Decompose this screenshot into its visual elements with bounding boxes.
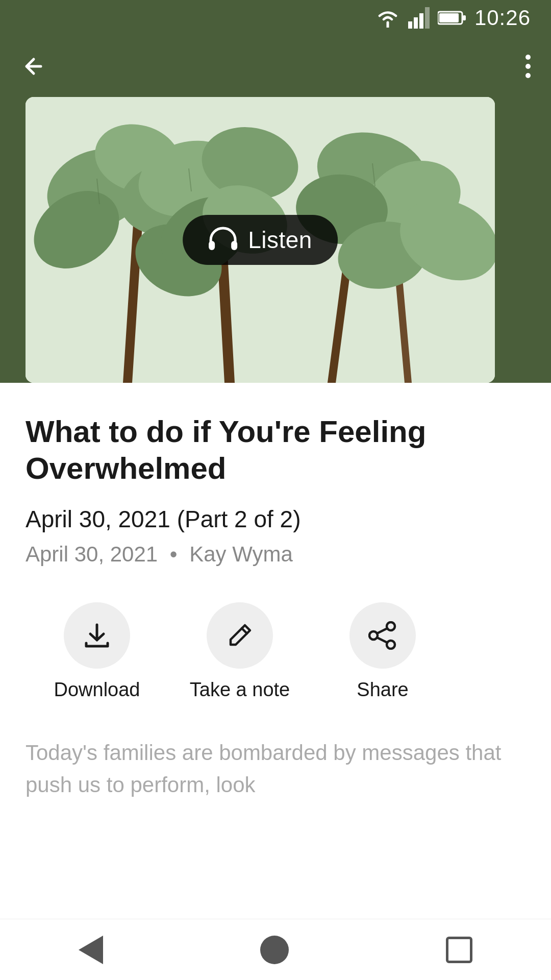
more-dot <box>525 64 531 69</box>
article-title: What to do if You're Feeling Overwhelmed <box>26 413 525 487</box>
nav-recents-button[interactable] <box>446 937 472 963</box>
download-label: Download <box>54 679 140 701</box>
download-action[interactable]: Download <box>26 602 168 701</box>
svg-line-37 <box>377 638 387 643</box>
back-arrow-icon <box>20 54 47 79</box>
listen-label: Listen <box>248 226 312 254</box>
wifi-icon <box>375 8 400 28</box>
nav-back-button[interactable] <box>79 936 103 964</box>
more-dot <box>525 55 531 60</box>
article-date-author: April 30, 2021 <box>26 542 158 566</box>
svg-rect-30 <box>209 241 215 250</box>
article-meta: April 30, 2021 • Kay Wyma <box>26 542 525 567</box>
back-button[interactable] <box>20 54 47 79</box>
nav-bar <box>0 36 551 97</box>
article-date-part: April 30, 2021 (Part 2 of 2) <box>26 505 525 533</box>
article-body: Today's families are bombarded by messag… <box>26 737 525 801</box>
share-icon <box>368 621 397 650</box>
take-a-note-action[interactable]: Take a note <box>168 602 311 701</box>
battery-icon <box>438 10 466 26</box>
svg-rect-1 <box>414 17 418 29</box>
svg-line-36 <box>377 628 387 633</box>
take-a-note-circle <box>207 602 273 669</box>
svg-rect-0 <box>408 21 412 29</box>
signal-icon <box>408 7 430 29</box>
status-bar: 10:26 <box>0 0 551 36</box>
nav-recents-icon <box>446 937 472 963</box>
status-time: 10:26 <box>474 6 531 30</box>
share-circle <box>349 602 416 669</box>
download-circle <box>64 602 130 669</box>
headphones-icon <box>208 227 238 253</box>
share-label: Share <box>357 679 408 701</box>
svg-rect-2 <box>419 13 423 29</box>
svg-rect-3 <box>425 7 430 29</box>
svg-rect-31 <box>231 241 237 250</box>
listen-button[interactable]: Listen <box>183 215 338 265</box>
svg-line-32 <box>242 628 247 633</box>
more-dot <box>525 73 531 78</box>
nav-home-button[interactable] <box>260 936 289 964</box>
more-options-button[interactable] <box>525 55 531 78</box>
content-area: What to do if You're Feeling Overwhelmed… <box>0 383 551 831</box>
pencil-icon <box>227 622 253 649</box>
share-action[interactable]: Share <box>311 602 454 701</box>
nav-back-icon <box>79 936 103 964</box>
svg-rect-6 <box>463 15 466 20</box>
bottom-nav <box>0 919 551 980</box>
status-icons: 10:26 <box>375 6 531 30</box>
hero-container: Listen <box>0 97 551 383</box>
hero-image: Listen <box>26 97 495 383</box>
take-a-note-label: Take a note <box>190 679 290 701</box>
nav-home-icon <box>260 936 289 964</box>
article-author: Kay Wyma <box>189 542 293 566</box>
svg-rect-5 <box>439 13 459 22</box>
download-icon <box>82 621 112 650</box>
meta-separator: • <box>170 542 178 566</box>
actions-row: Download Take a note <box>26 602 525 701</box>
